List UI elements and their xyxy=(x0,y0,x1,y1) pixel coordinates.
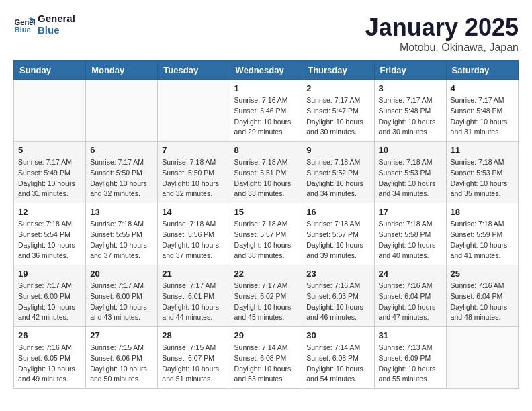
day-number: 12 xyxy=(18,207,81,217)
day-number: 30 xyxy=(306,330,369,340)
day-number: 19 xyxy=(18,269,81,279)
day-info: Sunrise: 7:18 AM Sunset: 5:57 PM Dayligh… xyxy=(306,219,369,261)
calendar-cell xyxy=(446,327,518,389)
day-number: 18 xyxy=(451,207,514,217)
day-number: 16 xyxy=(306,207,369,217)
day-info: Sunrise: 7:18 AM Sunset: 5:58 PM Dayligh… xyxy=(379,219,442,261)
day-info: Sunrise: 7:18 AM Sunset: 5:54 PM Dayligh… xyxy=(18,219,81,261)
calendar-week-1: 1Sunrise: 7:16 AM Sunset: 5:46 PM Daylig… xyxy=(14,80,519,142)
day-number: 15 xyxy=(234,207,298,217)
calendar-week-2: 5Sunrise: 7:17 AM Sunset: 5:49 PM Daylig… xyxy=(14,142,519,203)
day-info: Sunrise: 7:17 AM Sunset: 5:49 PM Dayligh… xyxy=(18,157,81,199)
calendar-cell: 10Sunrise: 7:18 AM Sunset: 5:53 PM Dayli… xyxy=(374,142,446,203)
calendar-cell: 9Sunrise: 7:18 AM Sunset: 5:52 PM Daylig… xyxy=(302,142,374,203)
day-number: 27 xyxy=(90,330,153,340)
col-header-tuesday: Tuesday xyxy=(158,61,230,80)
calendar-cell: 13Sunrise: 7:18 AM Sunset: 5:55 PM Dayli… xyxy=(86,203,158,265)
calendar-cell: 14Sunrise: 7:18 AM Sunset: 5:56 PM Dayli… xyxy=(158,203,230,265)
day-number: 13 xyxy=(90,207,153,217)
day-info: Sunrise: 7:16 AM Sunset: 6:04 PM Dayligh… xyxy=(451,281,514,323)
calendar-cell xyxy=(14,80,86,142)
day-info: Sunrise: 7:16 AM Sunset: 6:04 PM Dayligh… xyxy=(379,281,442,323)
calendar-cell: 7Sunrise: 7:18 AM Sunset: 5:50 PM Daylig… xyxy=(158,142,230,203)
day-info: Sunrise: 7:18 AM Sunset: 5:56 PM Dayligh… xyxy=(162,219,225,261)
calendar-cell xyxy=(86,80,158,142)
day-info: Sunrise: 7:17 AM Sunset: 5:48 PM Dayligh… xyxy=(451,95,514,138)
day-info: Sunrise: 7:16 AM Sunset: 5:46 PM Dayligh… xyxy=(234,95,298,138)
title-block: January 2025 Motobu, Okinawa, Japan xyxy=(365,13,519,54)
calendar-cell: 12Sunrise: 7:18 AM Sunset: 5:54 PM Dayli… xyxy=(14,203,86,265)
calendar-cell: 5Sunrise: 7:17 AM Sunset: 5:49 PM Daylig… xyxy=(14,142,86,203)
calendar-cell: 6Sunrise: 7:17 AM Sunset: 5:50 PM Daylig… xyxy=(86,142,158,203)
day-number: 9 xyxy=(306,145,369,155)
day-info: Sunrise: 7:17 AM Sunset: 5:47 PM Dayligh… xyxy=(306,95,369,138)
calendar-cell xyxy=(158,80,230,142)
location: Motobu, Okinawa, Japan xyxy=(365,42,519,54)
calendar-cell: 23Sunrise: 7:16 AM Sunset: 6:03 PM Dayli… xyxy=(302,265,374,327)
calendar-header-row: SundayMondayTuesdayWednesdayThursdayFrid… xyxy=(14,61,519,80)
day-info: Sunrise: 7:18 AM Sunset: 5:53 PM Dayligh… xyxy=(379,157,442,199)
day-number: 21 xyxy=(162,269,225,279)
day-number: 26 xyxy=(18,330,81,340)
calendar-cell: 27Sunrise: 7:15 AM Sunset: 6:06 PM Dayli… xyxy=(86,327,158,389)
col-header-friday: Friday xyxy=(374,61,446,80)
day-number: 1 xyxy=(234,83,298,93)
calendar-cell: 15Sunrise: 7:18 AM Sunset: 5:57 PM Dayli… xyxy=(230,203,302,265)
day-info: Sunrise: 7:15 AM Sunset: 6:07 PM Dayligh… xyxy=(162,342,225,385)
day-number: 10 xyxy=(379,145,442,155)
col-header-thursday: Thursday xyxy=(302,61,374,80)
day-number: 7 xyxy=(162,145,225,155)
day-number: 20 xyxy=(90,269,153,279)
calendar-table: SundayMondayTuesdayWednesdayThursdayFrid… xyxy=(13,60,519,389)
col-header-saturday: Saturday xyxy=(446,61,518,80)
day-info: Sunrise: 7:18 AM Sunset: 5:50 PM Dayligh… xyxy=(162,157,225,199)
calendar-week-3: 12Sunrise: 7:18 AM Sunset: 5:54 PM Dayli… xyxy=(14,203,519,265)
day-info: Sunrise: 7:18 AM Sunset: 5:59 PM Dayligh… xyxy=(451,219,514,261)
day-info: Sunrise: 7:17 AM Sunset: 6:00 PM Dayligh… xyxy=(90,281,153,323)
day-info: Sunrise: 7:18 AM Sunset: 5:55 PM Dayligh… xyxy=(90,219,153,261)
calendar-cell: 17Sunrise: 7:18 AM Sunset: 5:58 PM Dayli… xyxy=(374,203,446,265)
day-number: 29 xyxy=(234,330,298,340)
calendar-cell: 19Sunrise: 7:17 AM Sunset: 6:00 PM Dayli… xyxy=(14,265,86,327)
calendar-cell: 16Sunrise: 7:18 AM Sunset: 5:57 PM Dayli… xyxy=(302,203,374,265)
calendar-cell: 4Sunrise: 7:17 AM Sunset: 5:48 PM Daylig… xyxy=(446,80,518,142)
calendar-week-5: 26Sunrise: 7:16 AM Sunset: 6:05 PM Dayli… xyxy=(14,327,519,389)
day-info: Sunrise: 7:13 AM Sunset: 6:09 PM Dayligh… xyxy=(379,342,442,385)
day-info: Sunrise: 7:16 AM Sunset: 6:03 PM Dayligh… xyxy=(306,281,369,323)
calendar-cell: 18Sunrise: 7:18 AM Sunset: 5:59 PM Dayli… xyxy=(446,203,518,265)
day-number: 5 xyxy=(18,145,81,155)
day-number: 3 xyxy=(379,83,442,93)
logo-blue: Blue xyxy=(38,25,75,36)
calendar-cell: 26Sunrise: 7:16 AM Sunset: 6:05 PM Dayli… xyxy=(14,327,86,389)
day-info: Sunrise: 7:18 AM Sunset: 5:53 PM Dayligh… xyxy=(451,157,514,199)
calendar-cell: 28Sunrise: 7:15 AM Sunset: 6:07 PM Dayli… xyxy=(158,327,230,389)
day-info: Sunrise: 7:18 AM Sunset: 5:57 PM Dayligh… xyxy=(234,219,298,261)
calendar-cell: 22Sunrise: 7:17 AM Sunset: 6:02 PM Dayli… xyxy=(230,265,302,327)
day-number: 24 xyxy=(379,269,442,279)
day-number: 17 xyxy=(379,207,442,217)
logo-icon: General Blue xyxy=(13,14,35,36)
calendar-cell: 25Sunrise: 7:16 AM Sunset: 6:04 PM Dayli… xyxy=(446,265,518,327)
calendar-cell: 2Sunrise: 7:17 AM Sunset: 5:47 PM Daylig… xyxy=(302,80,374,142)
page-header: General Blue General Blue January 2025 M… xyxy=(13,13,519,54)
day-number: 11 xyxy=(451,145,514,155)
col-header-sunday: Sunday xyxy=(14,61,86,80)
logo: General Blue General Blue xyxy=(13,13,75,36)
day-number: 23 xyxy=(306,269,369,279)
month-title: January 2025 xyxy=(365,13,519,42)
calendar-cell: 8Sunrise: 7:18 AM Sunset: 5:51 PM Daylig… xyxy=(230,142,302,203)
day-info: Sunrise: 7:18 AM Sunset: 5:51 PM Dayligh… xyxy=(234,157,298,199)
calendar-cell: 11Sunrise: 7:18 AM Sunset: 5:53 PM Dayli… xyxy=(446,142,518,203)
calendar-cell: 30Sunrise: 7:14 AM Sunset: 6:08 PM Dayli… xyxy=(302,327,374,389)
day-number: 14 xyxy=(162,207,225,217)
calendar-cell: 20Sunrise: 7:17 AM Sunset: 6:00 PM Dayli… xyxy=(86,265,158,327)
day-info: Sunrise: 7:14 AM Sunset: 6:08 PM Dayligh… xyxy=(306,342,369,385)
day-number: 28 xyxy=(162,330,225,340)
day-number: 25 xyxy=(451,269,514,279)
logo-general: General xyxy=(38,13,75,25)
day-info: Sunrise: 7:17 AM Sunset: 6:00 PM Dayligh… xyxy=(18,281,81,323)
col-header-wednesday: Wednesday xyxy=(230,61,302,80)
day-info: Sunrise: 7:17 AM Sunset: 5:50 PM Dayligh… xyxy=(90,157,153,199)
day-number: 4 xyxy=(451,83,514,93)
calendar-cell: 31Sunrise: 7:13 AM Sunset: 6:09 PM Dayli… xyxy=(374,327,446,389)
